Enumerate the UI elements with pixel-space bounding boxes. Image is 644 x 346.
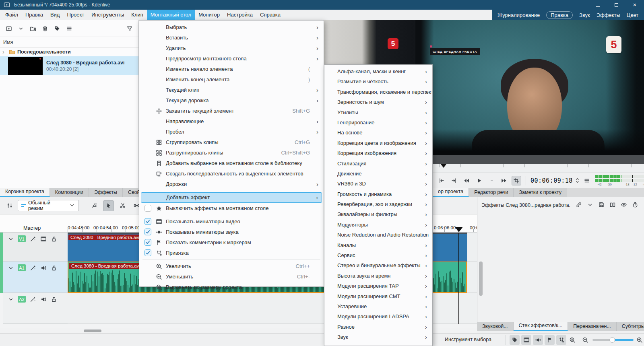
play-options-button[interactable] <box>487 176 496 185</box>
track-badge-a2[interactable]: A2 <box>18 296 26 303</box>
menu-item-13[interactable]: Добавить выбранное на монтажном столе в … <box>139 158 324 169</box>
menubar-item-7[interactable]: Монитор <box>195 10 223 20</box>
effect-category-5[interactable]: Генерирование› <box>324 117 432 128</box>
effect-category-20[interactable]: Высота звука и время› <box>324 271 432 281</box>
menubar-item-3[interactable]: Проект <box>63 10 88 20</box>
play-button[interactable] <box>474 176 484 185</box>
menu-item-10[interactable]: Пробел› <box>139 127 324 137</box>
menubar-item-1[interactable]: Правка <box>22 10 47 20</box>
expander-icon[interactable]: › <box>2 49 6 55</box>
menu-item-15[interactable]: Дорожки› <box>139 179 324 189</box>
menubar-item-9[interactable]: Справка <box>256 10 284 20</box>
add-clip-button[interactable] <box>4 24 14 33</box>
effect-category-9[interactable]: Стилизация› <box>324 159 432 169</box>
maximize-button[interactable] <box>607 0 625 10</box>
collapse-track-button[interactable] <box>7 264 14 272</box>
menubar-item-0[interactable]: Файл <box>2 10 22 20</box>
menu-item-18[interactable]: Выключить эффекты на монтажном столе <box>139 203 324 214</box>
workspace-item-4[interactable]: Цвет <box>627 12 638 18</box>
scissors-button[interactable] <box>117 200 128 211</box>
menu-item-1[interactable]: Вставить› <box>139 33 324 43</box>
playhead[interactable] <box>455 227 463 232</box>
save-button[interactable] <box>598 201 605 209</box>
speaker-button[interactable] <box>40 264 47 272</box>
film-toggle-button[interactable] <box>521 335 531 345</box>
effect-category-25[interactable]: Разное› <box>324 322 432 332</box>
monitor-menu-button[interactable] <box>582 176 592 185</box>
menu-item-8[interactable]: Захватить текущий элементShift+G <box>139 106 324 116</box>
filter-button[interactable] <box>125 24 134 33</box>
effects-tab-1[interactable]: Стек эффектов/к... <box>514 322 568 331</box>
bin-tab-0[interactable]: Корзина проекта <box>0 188 50 197</box>
effect-category-7[interactable]: Коррекция цвета и изображения› <box>324 138 432 148</box>
scrollbar-thumb[interactable] <box>84 330 101 332</box>
effect-category-6[interactable]: На основе› <box>324 128 432 138</box>
menu-item-3[interactable]: Предпросмотр монтажного стола› <box>139 54 324 64</box>
effect-category-17[interactable]: Каналы› <box>324 240 432 250</box>
menubar-item-2[interactable]: Вид <box>47 10 64 20</box>
create-folder-button[interactable] <box>28 24 38 33</box>
menu-item-2[interactable]: Удалить› <box>139 43 324 54</box>
menu-item-23[interactable]: Привязка <box>139 248 324 258</box>
monitor-tab-0[interactable]: ор проекта <box>433 188 469 197</box>
effect-category-3[interactable]: Зернистость и шум› <box>324 97 432 107</box>
tag-button[interactable] <box>52 24 62 33</box>
workspace-item-2[interactable]: Звук <box>579 12 590 18</box>
tag-toggle-button[interactable] <box>510 335 520 345</box>
bin-tab-1[interactable]: Композиции <box>50 188 89 197</box>
menu-item-22[interactable]: Показать комментарии к маркерам <box>139 237 324 248</box>
effect-category-21[interactable]: Модули расширения TAP› <box>324 281 432 291</box>
delete-button[interactable] <box>40 24 50 33</box>
go-to-zone-end-button[interactable] <box>449 176 459 185</box>
effect-category-11[interactable]: VR360 и 3D› <box>324 179 432 189</box>
zoom-fit-button[interactable] <box>569 336 576 344</box>
zoom-out-button[interactable] <box>582 336 588 344</box>
bin-clip-row[interactable]: След 3080 - Вредная работа.avi 00:40:20:… <box>0 56 138 75</box>
link-button[interactable] <box>575 201 582 209</box>
menu-item-26[interactable]: УменьшитьCtrl+- <box>139 272 324 282</box>
minimize-button[interactable] <box>588 0 607 10</box>
monitor-tab-2[interactable]: Заметки к проекту <box>514 188 567 197</box>
menu-button[interactable] <box>64 24 74 33</box>
bin-column-header[interactable]: Имя <box>0 37 138 47</box>
magic-wand-button[interactable] <box>29 264 36 272</box>
effect-category-22[interactable]: Модули расширения CMT› <box>324 291 432 301</box>
chevron-down-button[interactable] <box>16 24 26 33</box>
monitor-seek-ruler[interactable] <box>415 164 644 173</box>
timer-button[interactable] <box>632 201 638 209</box>
effect-category-18[interactable]: Сервис› <box>324 250 432 260</box>
effect-category-19[interactable]: Стерео и бинауральные эффекты› <box>324 260 432 270</box>
scrollbar-thumb[interactable] <box>479 262 483 296</box>
master-track-label[interactable]: Мастер <box>23 225 41 231</box>
menu-item-6[interactable]: Текущий клип› <box>139 85 324 95</box>
selection-tool-button[interactable] <box>103 200 114 211</box>
menubar-item-5[interactable]: Клип <box>128 10 147 20</box>
bin-tab-2[interactable]: Эффекты <box>89 188 123 197</box>
menu-item-5[interactable]: Изменить конец элемента) <box>139 74 324 85</box>
menu-item-0[interactable]: Выбрать› <box>139 22 324 33</box>
effect-category-24[interactable]: Модули расширения LADSPA› <box>324 311 432 321</box>
menu-item-12[interactable]: Разгруппировать клипыCtrl+Shift+G <box>139 148 324 158</box>
bin-folder-row[interactable]: › Последовательности <box>0 47 138 56</box>
go-to-zone-start-button[interactable] <box>437 176 446 185</box>
lock-open-button[interactable] <box>50 264 57 272</box>
menu-item-25[interactable]: УвеличитьCtrl++ <box>139 261 324 272</box>
edit-mode-button[interactable] <box>89 200 100 211</box>
effect-category-1[interactable]: Размытие и чёткость› <box>324 76 432 86</box>
speaker-button[interactable] <box>40 296 47 304</box>
effects-tab-3[interactable]: Субтитры <box>617 322 644 331</box>
eye-button[interactable] <box>620 201 627 209</box>
menu-item-20[interactable]: Показывать миниатюры видео <box>139 216 324 227</box>
monitor-tab-1[interactable]: Редактор речи <box>469 188 514 197</box>
effect-category-23[interactable]: Устаревшие› <box>324 301 432 311</box>
effect-category-16[interactable]: Noise Reduction and Audio Restoration› <box>324 230 432 240</box>
compare-button[interactable] <box>609 201 616 209</box>
slider-thumb[interactable] <box>609 337 615 343</box>
timecode-spinner[interactable] <box>576 178 579 183</box>
effect-category-15[interactable]: Модуляторы› <box>324 220 432 230</box>
magic-wand-button[interactable] <box>29 235 36 243</box>
lock-open-button[interactable] <box>50 235 57 243</box>
effect-category-0[interactable]: Альфа-канал, маски и кеинг› <box>324 66 432 76</box>
magic-wand-button[interactable] <box>29 296 36 304</box>
track-badge-v1[interactable]: V1 <box>18 235 26 242</box>
